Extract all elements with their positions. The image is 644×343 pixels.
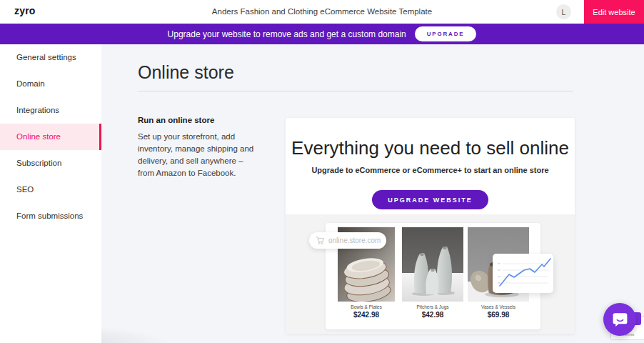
product-name: Pitchers & Jugs bbox=[402, 304, 463, 309]
upgrade-banner: Upgrade your website to remove ads and g… bbox=[0, 24, 644, 44]
product-card-pitchers: Pitchers & Jugs $42.98 bbox=[402, 227, 463, 319]
store-url-pill[interactable]: online.store.com bbox=[309, 232, 386, 249]
cart-icon bbox=[316, 236, 325, 245]
upgrade-website-button[interactable]: UPGRADE WEBSITE bbox=[372, 190, 488, 209]
settings-sidebar: General settings Domain Integrations Onl… bbox=[0, 44, 101, 343]
sidebar-item-form-submissions[interactable]: Form submissions bbox=[0, 203, 101, 229]
store-url-text: online.store.com bbox=[328, 237, 381, 244]
product-price: $242.98 bbox=[338, 311, 395, 319]
sidebar-item-general-settings[interactable]: General settings bbox=[0, 44, 101, 71]
user-avatar[interactable]: L bbox=[556, 4, 571, 19]
section-heading: Run an online store bbox=[138, 116, 261, 124]
promo-subheading: Upgrade to eCommerce or eCommerce+ to st… bbox=[286, 166, 575, 174]
product-price: $69.98 bbox=[468, 311, 529, 319]
chat-button[interactable] bbox=[603, 303, 636, 336]
sales-chart-card bbox=[493, 254, 553, 293]
line-chart bbox=[493, 254, 553, 293]
ecommerce-promo-card: Everything you need to sell online Upgra… bbox=[286, 118, 575, 334]
app-window: zyro Anders Fashion and Clothing eCommer… bbox=[0, 0, 644, 343]
sidebar-item-integrations[interactable]: Integrations bbox=[0, 97, 101, 124]
section-description: Set up your storefront, add inventory, m… bbox=[138, 131, 261, 179]
sidebar-item-subscription[interactable]: Subscription bbox=[0, 150, 101, 177]
product-image-pitchers bbox=[402, 227, 463, 302]
product-name: Bowls & Plates bbox=[338, 304, 395, 309]
upgrade-banner-text: Upgrade your website to remove ads and g… bbox=[168, 29, 406, 39]
product-price: $42.98 bbox=[402, 311, 463, 319]
chat-bubble-icon bbox=[611, 311, 629, 329]
product-name: Vases & Vessels bbox=[468, 304, 529, 309]
page-title: Online store bbox=[138, 62, 234, 83]
promo-heading: Everything you need to sell online bbox=[286, 137, 575, 159]
edit-website-button[interactable]: Edit website bbox=[584, 0, 644, 24]
avatar-initial: L bbox=[562, 8, 566, 16]
sidebar-item-online-store[interactable]: Online store bbox=[0, 124, 101, 150]
online-store-info: Run an online store Set up your storefro… bbox=[138, 116, 261, 179]
upgrade-banner-button[interactable]: UPGRADE bbox=[415, 26, 477, 41]
top-bar: zyro Anders Fashion and Clothing eCommer… bbox=[0, 0, 644, 24]
title-divider bbox=[138, 91, 573, 91]
sidebar-item-seo[interactable]: SEO bbox=[0, 177, 101, 203]
site-title: Anders Fashion and Clothing eCommerce We… bbox=[0, 7, 644, 16]
sidebar-item-domain[interactable]: Domain bbox=[0, 71, 101, 97]
